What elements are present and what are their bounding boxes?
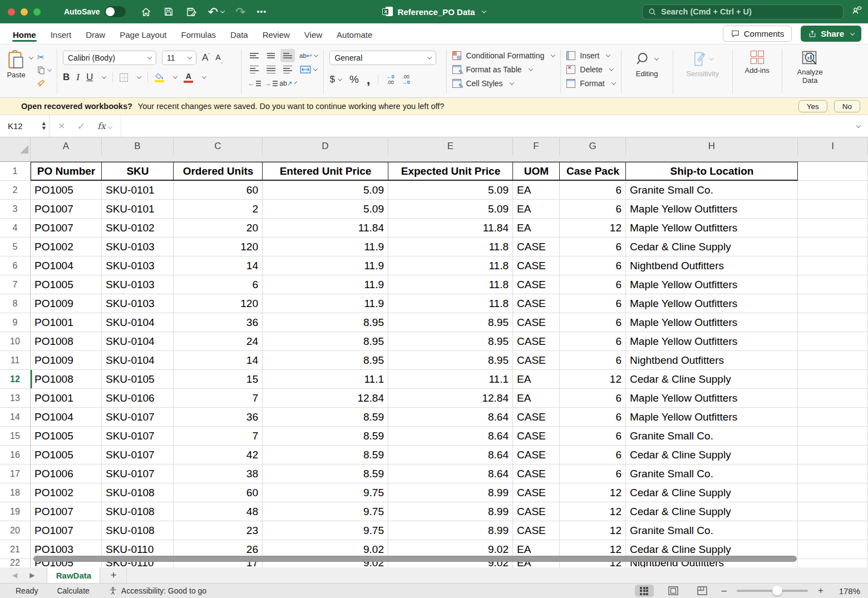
align-center-button[interactable] [264,63,278,76]
cell-D19[interactable]: 9.75 [263,502,388,521]
fill-color-chevron-icon[interactable] [173,74,177,78]
cell-B3[interactable]: SKU-0101 [102,200,174,219]
title-dropdown-chevron-icon[interactable] [481,8,486,13]
cell-D14[interactable]: 8.59 [263,408,388,427]
cell-I3[interactable] [798,200,868,219]
cell-I1[interactable] [798,162,868,181]
cell-A15[interactable]: PO1005 [31,427,102,446]
share-button[interactable]: Share [801,26,861,42]
cell-E12[interactable]: 11.1 [388,370,513,389]
insert-cells-button[interactable]: Insert [566,51,615,60]
cell-I21[interactable] [798,540,868,559]
tab-view[interactable]: View [297,25,329,43]
tab-insert[interactable]: Insert [43,25,79,43]
calculate-status[interactable]: Calculate [57,586,89,595]
cell-H15[interactable]: Granite Small Co. [626,427,798,446]
search-input[interactable]: Search (Cmd + Ctrl + U) [642,4,844,19]
cell-H12[interactable]: Cedar & Cline Supply [626,370,798,389]
cell-I18[interactable] [798,483,868,502]
cell-D2[interactable]: 5.09 [263,181,388,200]
zoom-level[interactable]: 178% [834,586,860,596]
row-header-5[interactable]: 5 [0,238,31,256]
cut-button[interactable]: ✂ [37,53,51,62]
borders-button[interactable] [120,73,128,82]
cell-F15[interactable]: CASE [513,427,560,446]
cell-C15[interactable]: 7 [174,427,263,446]
percent-format-button[interactable]: % [349,73,359,86]
zoom-slider-knob[interactable] [772,586,782,596]
row-header-4[interactable]: 4 [0,219,31,238]
cell-A17[interactable]: PO1006 [31,464,102,483]
decrease-indent-button[interactable]: ← [247,77,262,90]
cell-G9[interactable]: 6 [560,313,626,332]
yes-button[interactable]: Yes [798,100,827,112]
font-size-select[interactable]: 11 [162,51,196,65]
zoom-window-button[interactable] [33,8,41,16]
cell-B9[interactable]: SKU-0104 [102,313,174,332]
cell-styles-button[interactable]: ✎ Cell Styles [452,79,555,88]
save-as-icon[interactable] [185,6,197,18]
align-bottom-button[interactable] [280,49,295,62]
cell-B15[interactable]: SKU-0107 [102,427,174,446]
cell-F20[interactable]: CASE [513,521,560,540]
cell-B2[interactable]: SKU-0101 [102,181,174,200]
cell-F19[interactable]: CASE [513,502,560,521]
row-header-15[interactable]: 15 [0,427,31,446]
cell-A2[interactable]: PO1005 [31,181,102,200]
paste-button[interactable]: Paste [7,50,26,79]
close-window-button[interactable] [8,8,15,16]
cell-E6[interactable]: 11.8 [388,256,513,275]
cell-E16[interactable]: 8.64 [388,446,513,464]
tab-automate[interactable]: Automate [329,25,379,43]
cell-F16[interactable]: CASE [513,446,560,464]
row-header-1[interactable]: 1 [0,162,31,181]
cell-D3[interactable]: 5.09 [263,200,388,219]
underline-dropdown-chevron-icon[interactable] [102,74,106,78]
cell-F7[interactable]: CASE [513,275,560,294]
enter-icon[interactable]: ✓ [77,121,85,132]
cell-D20[interactable]: 9.75 [263,521,388,540]
tab-formulas[interactable]: Formulas [174,25,223,43]
paste-dropdown-chevron-icon[interactable] [29,55,33,59]
cell-A3[interactable]: PO1007 [31,200,102,219]
cell-D10[interactable]: 8.95 [263,332,388,351]
cell-D18[interactable]: 9.75 [263,483,388,502]
cell-I13[interactable] [798,389,868,408]
cell-D7[interactable]: 11.9 [263,275,388,294]
cell-H16[interactable]: Cedar & Cline Supply [626,446,798,464]
cell-B5[interactable]: SKU-0103 [102,238,174,256]
col-header-F[interactable]: F [513,137,560,155]
cell-I4[interactable] [798,219,868,238]
insert-function-icon[interactable]: fx [97,121,112,132]
col-header-A[interactable]: A [31,137,102,155]
row-header-16[interactable]: 16 [0,446,31,464]
cell-B10[interactable]: SKU-0104 [102,332,174,351]
autosave-toggle[interactable] [105,6,126,17]
decrease-decimal-button[interactable]: ←0.00 [386,74,394,86]
cell-C14[interactable]: 36 [174,408,263,427]
row-header-11[interactable]: 11 [0,351,31,370]
cell-E8[interactable]: 11.8 [388,294,513,313]
cell-F13[interactable]: EA [513,389,560,408]
font-name-select[interactable]: Calibri (Body) [63,51,156,65]
cell-G4[interactable]: 12 [560,219,626,238]
cell-G1[interactable]: Case Pack [560,162,626,181]
cell-G14[interactable]: 6 [560,408,626,427]
cell-I19[interactable] [798,502,868,521]
editing-group[interactable]: Editing [627,47,667,96]
cell-A9[interactable]: PO1001 [31,313,102,332]
row-header-22[interactable]: 22 [0,559,31,567]
cell-F9[interactable]: CASE [513,313,560,332]
presence-icon[interactable] [851,5,862,18]
no-button[interactable]: No [834,100,860,112]
cell-F11[interactable]: CASE [513,351,560,370]
cell-I15[interactable] [798,427,868,446]
cell-F2[interactable]: EA [513,181,560,200]
cell-B20[interactable]: SKU-0108 [102,521,174,540]
cell-C12[interactable]: 15 [174,370,263,389]
col-header-B[interactable]: B [102,137,174,155]
cell-E18[interactable]: 8.99 [388,483,513,502]
cell-G7[interactable]: 6 [560,275,626,294]
select-all-corner[interactable] [0,137,31,155]
cell-F1[interactable]: UOM [513,162,560,181]
